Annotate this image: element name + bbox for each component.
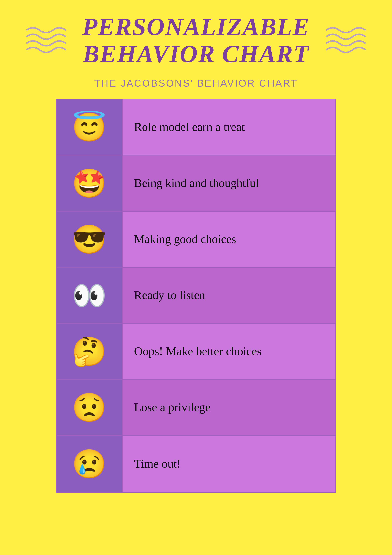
wavy-lines-right [323, 24, 369, 57]
chart-row-5: 🤔 Oops! Make better choices [57, 324, 335, 380]
emoji-cell-4: 👀 [57, 268, 123, 323]
behavior-chart: 😇 Role model earn a treat 🤩 Being kind a… [56, 99, 336, 492]
label-text-7: Time out! [134, 456, 181, 472]
label-text-1: Role model earn a treat [134, 119, 245, 135]
label-cell-1: Role model earn a treat [123, 99, 335, 155]
page: PERSONALIZABLE BEHAVIOR CHART THE JACOBS… [0, 0, 392, 555]
page-title: PERSONALIZABLE BEHAVIOR CHART [82, 13, 310, 68]
emoji-cell-5: 🤔 [57, 324, 123, 379]
label-cell-7: Time out! [123, 436, 335, 492]
label-cell-2: Being kind and thoughtful [123, 155, 335, 211]
label-cell-4: Ready to listen [123, 268, 335, 323]
emoji-eyes: 👀 [72, 281, 107, 309]
emoji-star-eyes: 🤩 [72, 169, 107, 197]
emoji-cell-1: 😇 [57, 99, 123, 155]
emoji-thinking: 🤔 [72, 337, 107, 365]
emoji-cell-6: 😟 [57, 380, 123, 435]
chart-row-1: 😇 Role model earn a treat [57, 99, 335, 155]
emoji-cell-3: 😎 [57, 212, 123, 267]
label-cell-6: Lose a privilege [123, 380, 335, 435]
label-text-6: Lose a privilege [134, 400, 211, 415]
chart-subtitle: THE JACOBSONS' BEHAVIOR CHART [94, 78, 298, 89]
label-text-5: Oops! Make better choices [134, 344, 262, 359]
chart-row-2: 🤩 Being kind and thoughtful [57, 155, 335, 212]
label-cell-5: Oops! Make better choices [123, 324, 335, 379]
label-text-4: Ready to listen [134, 288, 205, 303]
label-text-3: Making good choices [134, 232, 236, 247]
emoji-angel: 😇 [72, 113, 107, 141]
chart-row-6: 😟 Lose a privilege [57, 380, 335, 436]
label-cell-3: Making good choices [123, 212, 335, 267]
emoji-sad: 😟 [72, 394, 107, 421]
emoji-cell-7: 😢 [57, 436, 123, 492]
chart-row-4: 👀 Ready to listen [57, 268, 335, 324]
emoji-cell-2: 🤩 [57, 155, 123, 211]
header-area: PERSONALIZABLE BEHAVIOR CHART [0, 13, 392, 68]
label-text-2: Being kind and thoughtful [134, 175, 259, 191]
emoji-sunglasses: 😎 [72, 225, 107, 253]
chart-row-7: 😢 Time out! [57, 436, 335, 492]
chart-row-3: 😎 Making good choices [57, 212, 335, 268]
wavy-lines-left [23, 24, 69, 57]
emoji-crying: 😢 [72, 450, 107, 478]
